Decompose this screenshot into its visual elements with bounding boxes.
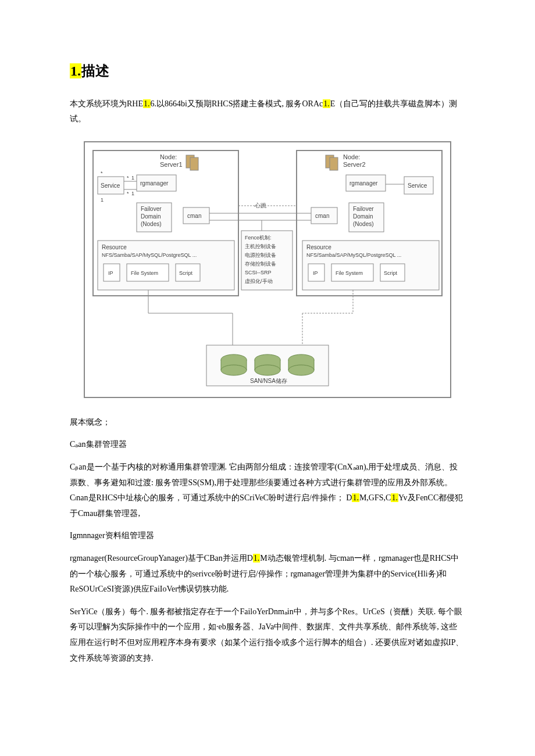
svg-text:NFS/Samba/SAP/MySQL/PostgreSQL: NFS/Samba/SAP/MySQL/PostgreSQL ... [306,252,401,258]
svg-text:IP: IP [313,270,318,276]
svg-text:cman: cman [187,213,201,219]
text: rgmanager(ResourceGroupYanager)基于CBan并运用… [70,554,253,562]
svg-text:Domain: Domain [141,213,160,220]
paragraph-rgmanager-title: Igmnnager资料组管理器 [70,528,465,544]
paragraph-cman-title: Cₐan集群管理器 [70,437,465,453]
svg-text:Domain: Domain [353,213,373,220]
svg-text:IP: IP [108,270,113,276]
svg-text:主机控制设备: 主机控制设备 [245,243,276,249]
svg-text:Node:: Node: [160,153,177,160]
highlight: 1. [253,554,261,562]
svg-text:cman: cman [315,213,329,219]
svg-text:虚拟化/手动: 虚拟化/手动 [245,278,273,284]
svg-point-84 [288,365,314,375]
svg-text:存储控制设备: 存储控制设备 [245,261,276,267]
paragraph-rgmanager-body: rgmanager(ResourceGroupYanager)基于CBan并运用… [70,551,465,597]
svg-text:File System: File System [336,270,363,276]
heading-title: 描述 [81,63,109,78]
svg-text:Failover: Failover [141,206,162,212]
svg-text:Script: Script [179,270,193,276]
svg-point-79 [255,365,280,375]
svg-text:SCSI--SRP: SCSI--SRP [245,270,272,275]
svg-rect-50 [330,157,338,170]
svg-text:1: 1 [101,197,104,203]
svg-text:Service: Service [101,182,120,189]
svg-text:1: 1 [131,191,134,196]
svg-text:Resource: Resource [102,244,127,250]
paragraph-intro: 本文系统环境为RHE1.6.以8664bi又预期RHCS搭建主备模式, 服务OR… [70,96,465,127]
svg-text:*: * [127,191,129,196]
svg-text:Server1: Server1 [160,161,183,168]
svg-text:File System: File System [131,270,158,276]
highlight: 1. [391,493,398,502]
highlight: 1. [143,99,151,108]
svg-text:Script: Script [384,270,398,276]
svg-text:*: * [127,175,129,181]
highlight: 1. [323,99,330,108]
svg-text:SAN/NSA储存: SAN/NSA储存 [250,378,287,384]
text: M,GFS,C [359,493,391,502]
svg-text:NFS/Samba/SAP/MySQL/PostgreSQL: NFS/Samba/SAP/MySQL/PostgreSQL ... [102,252,197,258]
svg-text:电源控制设备: 电源控制设备 [245,252,276,258]
svg-text:*: * [101,170,103,176]
paragraph-service: SerYiCe（服务）每个. 服务都被指定存在于一个FailoYerDnmₐin… [70,604,465,666]
svg-point-74 [221,365,247,375]
svg-text:rgmanager: rgmanager [349,180,378,187]
svg-text:1: 1 [131,175,134,181]
svg-text:Service: Service [408,182,427,189]
svg-text:Server2: Server2 [343,161,366,168]
svg-text:(Nodes): (Nodes) [353,221,374,227]
svg-rect-5 [190,157,198,170]
svg-text:Node:: Node: [343,153,360,160]
paragraph-concepts: 展本慨念； [70,415,465,431]
svg-text:Fence机制:: Fence机制: [245,235,272,241]
paragraph-cman-body: Cᵦan是一个基于内核的对称通用集群管理渊. 它由两部分组成：连接管理零(CnX… [70,460,465,521]
text: 6.以8664bi又预期RHCS搭建主备模式, 服务ORAc [151,99,323,108]
svg-text:Failover: Failover [353,206,374,212]
heading-1: 1.描述 [70,58,465,85]
heading-num: 1. [70,63,81,78]
architecture-diagram: Node: Server1 Service rgmanager * 1 * 1 … [81,139,454,400]
svg-text:rgmanager: rgmanager [140,180,169,187]
svg-text:Resource: Resource [306,244,331,250]
highlight: 1. [352,493,359,502]
svg-text:(Nodes): (Nodes) [141,221,162,227]
text: 本文系统环境为RHE [70,99,143,108]
